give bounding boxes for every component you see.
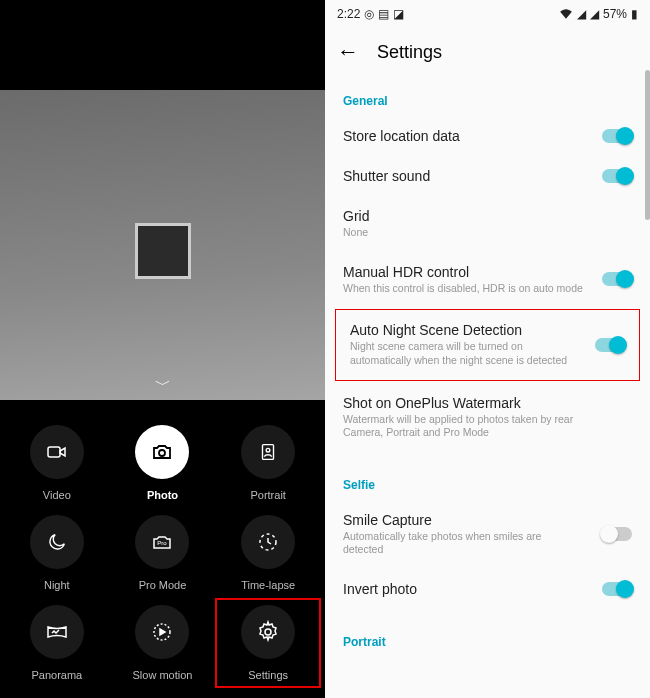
mode-label: Portrait: [250, 489, 285, 501]
gallery-icon: ▤: [378, 7, 389, 21]
pro-icon: Pro: [135, 515, 189, 569]
mode-label: Photo: [147, 489, 178, 501]
status-time: 2:22: [337, 7, 360, 21]
mode-label: Video: [43, 489, 71, 501]
mode-video[interactable]: Video: [4, 418, 110, 508]
mode-label: Time-lapse: [241, 579, 295, 591]
signal-icon: ◢: [577, 7, 586, 21]
setting-subtitle: When this control is disabled, HDR is on…: [343, 282, 584, 296]
preview-image-detail: [135, 223, 191, 279]
settings-panel: 2:22 ◎ ▤ ◪ ◢ ◢ 57% ▮ ← Settings General …: [325, 0, 650, 698]
mode-timelapse[interactable]: Time-lapse: [215, 508, 321, 598]
svg-point-7: [265, 629, 271, 635]
camera-app-panel: ﹀ Video Photo Portrait Night: [0, 0, 325, 698]
mode-label: Night: [44, 579, 70, 591]
scrollbar[interactable]: [645, 70, 650, 698]
section-header-portrait: Portrait: [329, 617, 646, 657]
signal-icon-2: ◢: [590, 7, 599, 21]
setting-title: Auto Night Scene Detection: [350, 322, 577, 338]
setting-smile-capture[interactable]: Smile Capture Automatically take photos …: [329, 500, 646, 569]
back-arrow-icon[interactable]: ←: [337, 39, 359, 65]
battery-icon: ▮: [631, 7, 638, 21]
setting-auto-night[interactable]: Auto Night Scene Detection Night scene c…: [336, 310, 639, 379]
timelapse-icon: [241, 515, 295, 569]
mode-slowmotion[interactable]: Slow motion: [110, 598, 216, 688]
battery-percent: 57%: [603, 7, 627, 21]
camera-icon: [135, 425, 189, 479]
setting-title: Grid: [343, 208, 584, 224]
camera-viewfinder[interactable]: ﹀: [0, 90, 325, 400]
mode-night[interactable]: Night: [4, 508, 110, 598]
setting-title: Invert photo: [343, 581, 584, 597]
setting-title: Shot on OnePlus Watermark: [343, 395, 584, 411]
settings-scroll[interactable]: General Store location data Shutter soun…: [325, 76, 650, 698]
mode-panorama[interactable]: Panorama: [4, 598, 110, 688]
mode-pro[interactable]: Pro Pro Mode: [110, 508, 216, 598]
moon-icon: [30, 515, 84, 569]
setting-title: Store location data: [343, 128, 584, 144]
svg-point-3: [266, 448, 270, 452]
panorama-icon: [30, 605, 84, 659]
mode-settings[interactable]: Settings: [215, 598, 321, 688]
svg-point-1: [159, 450, 165, 456]
toggle-invert[interactable]: [602, 582, 632, 596]
highlighted-setting: Auto Night Scene Detection Night scene c…: [335, 309, 640, 380]
setting-store-location[interactable]: Store location data: [329, 116, 646, 156]
camera-mode-grid: Video Photo Portrait Night Pro Pro Mode: [0, 400, 325, 698]
mode-portrait[interactable]: Portrait: [215, 418, 321, 508]
svg-rect-0: [48, 447, 60, 457]
svg-text:Pro: Pro: [158, 540, 168, 546]
toggle-smile[interactable]: [602, 527, 632, 541]
slowmotion-icon: [135, 605, 189, 659]
location-icon: ◎: [364, 7, 374, 21]
setting-grid[interactable]: Grid None: [329, 196, 646, 252]
notification-icon: ◪: [393, 7, 404, 21]
wifi-icon: [559, 7, 573, 22]
gear-icon: [241, 605, 295, 659]
toggle-auto-night[interactable]: [595, 338, 625, 352]
setting-subtitle: None: [343, 226, 584, 240]
setting-title: Manual HDR control: [343, 264, 584, 280]
section-header-selfie: Selfie: [329, 460, 646, 500]
mode-label: Pro Mode: [139, 579, 187, 591]
portrait-icon: [241, 425, 295, 479]
video-icon: [30, 425, 84, 479]
setting-title: Smile Capture: [343, 512, 584, 528]
toggle-shutter[interactable]: [602, 169, 632, 183]
setting-manual-hdr[interactable]: Manual HDR control When this control is …: [329, 252, 646, 308]
page-title: Settings: [377, 42, 442, 63]
setting-subtitle: Night scene camera will be turned on aut…: [350, 340, 577, 367]
mode-label: Slow motion: [133, 669, 193, 681]
section-header-general: General: [329, 76, 646, 116]
setting-watermark[interactable]: Shot on OnePlus Watermark Watermark will…: [329, 383, 646, 452]
toggle-location[interactable]: [602, 129, 632, 143]
mode-label: Settings: [248, 669, 288, 681]
setting-invert-photo[interactable]: Invert photo: [329, 569, 646, 609]
setting-title: Shutter sound: [343, 168, 584, 184]
setting-shutter-sound[interactable]: Shutter sound: [329, 156, 646, 196]
setting-subtitle: Automatically take photos when smiles ar…: [343, 530, 584, 557]
mode-label: Panorama: [31, 669, 82, 681]
status-bar: 2:22 ◎ ▤ ◪ ◢ ◢ 57% ▮: [325, 0, 650, 28]
app-bar: ← Settings: [325, 28, 650, 76]
toggle-hdr[interactable]: [602, 272, 632, 286]
scrollbar-thumb[interactable]: [645, 70, 650, 220]
chevron-down-icon[interactable]: ﹀: [155, 375, 171, 396]
setting-subtitle: Watermark will be applied to photos take…: [343, 413, 584, 440]
mode-photo[interactable]: Photo: [110, 418, 216, 508]
